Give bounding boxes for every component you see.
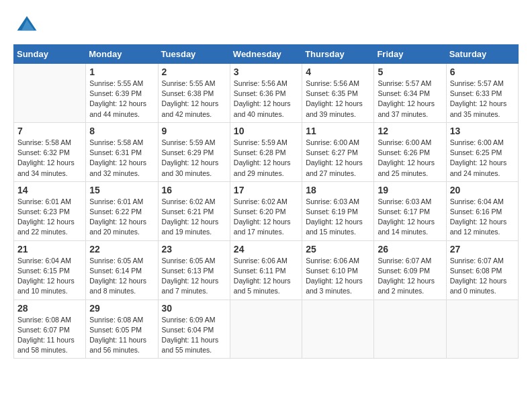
day-number: 18 [306,185,370,195]
day-number: 17 [234,185,298,195]
day-number: 30 [162,303,226,314]
day-detail: Sunrise: 6:07 AMSunset: 6:08 PMDaylight:… [450,256,515,297]
days-header-row: SundayMondayTuesdayWednesdayThursdayFrid… [14,45,519,64]
calendar-cell: 15Sunrise: 6:01 AMSunset: 6:22 PMDayligh… [86,181,158,240]
calendar-cell: 23Sunrise: 6:05 AMSunset: 6:13 PMDayligh… [158,240,230,300]
day-number: 12 [378,126,442,136]
day-detail: Sunrise: 6:08 AMSunset: 6:05 PMDaylight:… [89,315,154,356]
day-number: 8 [89,126,154,136]
logo [13,13,38,38]
day-detail: Sunrise: 5:56 AMSunset: 6:36 PMDaylight:… [234,79,298,120]
day-detail: Sunrise: 6:01 AMSunset: 6:23 PMDaylight:… [17,197,82,238]
calendar-cell: 10Sunrise: 5:59 AMSunset: 6:28 PMDayligh… [230,122,302,181]
day-header-saturday: Saturday [446,45,518,64]
day-number: 16 [162,185,226,195]
day-number: 27 [450,244,515,255]
day-detail: Sunrise: 5:59 AMSunset: 6:29 PMDaylight:… [162,138,226,179]
week-row-2: 7Sunrise: 5:58 AMSunset: 6:32 PMDaylight… [14,122,519,181]
day-detail: Sunrise: 5:57 AMSunset: 6:34 PMDaylight:… [378,79,442,120]
calendar-cell: 24Sunrise: 6:06 AMSunset: 6:11 PMDayligh… [230,240,302,300]
day-number: 6 [450,66,515,77]
calendar-cell: 3Sunrise: 5:56 AMSunset: 6:36 PMDaylight… [230,64,302,123]
calendar-cell: 11Sunrise: 6:00 AMSunset: 6:27 PMDayligh… [302,122,374,181]
week-row-1: 1Sunrise: 5:55 AMSunset: 6:39 PMDaylight… [14,64,519,123]
day-detail: Sunrise: 6:05 AMSunset: 6:14 PMDaylight:… [89,256,154,297]
day-number: 4 [306,66,370,77]
day-detail: Sunrise: 5:58 AMSunset: 6:32 PMDaylight:… [17,138,82,179]
calendar-cell: 30Sunrise: 6:09 AMSunset: 6:04 PMDayligh… [158,300,230,359]
calendar-cell: 14Sunrise: 6:01 AMSunset: 6:23 PMDayligh… [14,181,86,240]
calendar-cell: 19Sunrise: 6:03 AMSunset: 6:17 PMDayligh… [374,181,446,240]
day-number: 26 [378,244,442,255]
day-detail: Sunrise: 5:55 AMSunset: 6:39 PMDaylight:… [89,79,154,120]
day-detail: Sunrise: 6:01 AMSunset: 6:22 PMDaylight:… [89,197,154,238]
day-header-thursday: Thursday [302,45,374,64]
calendar-cell: 4Sunrise: 5:56 AMSunset: 6:35 PMDaylight… [302,64,374,123]
day-number: 1 [89,66,154,77]
week-row-3: 14Sunrise: 6:01 AMSunset: 6:23 PMDayligh… [14,181,519,240]
day-detail: Sunrise: 6:02 AMSunset: 6:20 PMDaylight:… [234,197,298,238]
week-row-4: 21Sunrise: 6:04 AMSunset: 6:15 PMDayligh… [14,240,519,300]
day-detail: Sunrise: 6:00 AMSunset: 6:26 PMDaylight:… [378,138,442,179]
calendar-cell: 6Sunrise: 5:57 AMSunset: 6:33 PMDaylight… [446,64,518,123]
calendar-cell: 25Sunrise: 6:06 AMSunset: 6:10 PMDayligh… [302,240,374,300]
calendar-cell: 28Sunrise: 6:08 AMSunset: 6:07 PMDayligh… [14,300,86,359]
page-header [13,13,519,38]
day-detail: Sunrise: 6:03 AMSunset: 6:19 PMDaylight:… [306,197,370,238]
day-header-sunday: Sunday [14,45,86,64]
calendar-cell: 17Sunrise: 6:02 AMSunset: 6:20 PMDayligh… [230,181,302,240]
calendar-cell: 21Sunrise: 6:04 AMSunset: 6:15 PMDayligh… [14,240,86,300]
calendar-cell: 7Sunrise: 5:58 AMSunset: 6:32 PMDaylight… [14,122,86,181]
day-detail: Sunrise: 6:04 AMSunset: 6:15 PMDaylight:… [17,256,82,297]
day-number: 10 [234,126,298,136]
day-number: 13 [450,126,515,136]
calendar-cell: 2Sunrise: 5:55 AMSunset: 6:38 PMDaylight… [158,64,230,123]
day-detail: Sunrise: 6:06 AMSunset: 6:10 PMDaylight:… [306,256,370,297]
day-number: 23 [162,244,226,255]
calendar-cell [230,300,302,359]
day-number: 24 [234,244,298,255]
day-detail: Sunrise: 6:06 AMSunset: 6:11 PMDaylight:… [234,256,298,297]
day-detail: Sunrise: 6:07 AMSunset: 6:09 PMDaylight:… [378,256,442,297]
day-detail: Sunrise: 6:05 AMSunset: 6:13 PMDaylight:… [162,256,226,297]
day-detail: Sunrise: 6:00 AMSunset: 6:27 PMDaylight:… [306,138,370,179]
day-detail: Sunrise: 5:57 AMSunset: 6:33 PMDaylight:… [450,79,515,120]
calendar-cell [14,64,86,123]
day-detail: Sunrise: 5:56 AMSunset: 6:35 PMDaylight:… [306,79,370,120]
day-number: 21 [17,244,82,255]
week-row-5: 28Sunrise: 6:08 AMSunset: 6:07 PMDayligh… [14,300,519,359]
day-number: 9 [162,126,226,136]
day-detail: Sunrise: 5:58 AMSunset: 6:31 PMDaylight:… [89,138,154,179]
calendar-cell: 18Sunrise: 6:03 AMSunset: 6:19 PMDayligh… [302,181,374,240]
calendar-cell [374,300,446,359]
calendar-cell [302,300,374,359]
calendar-cell [446,300,518,359]
day-number: 2 [162,66,226,77]
day-detail: Sunrise: 5:55 AMSunset: 6:38 PMDaylight:… [162,79,226,120]
day-number: 7 [17,126,82,136]
day-detail: Sunrise: 6:09 AMSunset: 6:04 PMDaylight:… [162,315,226,356]
calendar-cell: 13Sunrise: 6:00 AMSunset: 6:25 PMDayligh… [446,122,518,181]
day-number: 20 [450,185,515,195]
day-detail: Sunrise: 5:59 AMSunset: 6:28 PMDaylight:… [234,138,298,179]
day-number: 15 [89,185,154,195]
day-number: 11 [306,126,370,136]
calendar-table: SundayMondayTuesdayWednesdayThursdayFrid… [13,44,519,359]
calendar-cell: 27Sunrise: 6:07 AMSunset: 6:08 PMDayligh… [446,240,518,300]
logo-icon [16,13,38,35]
day-header-tuesday: Tuesday [158,45,230,64]
calendar-cell: 26Sunrise: 6:07 AMSunset: 6:09 PMDayligh… [374,240,446,300]
day-number: 25 [306,244,370,255]
calendar-cell: 20Sunrise: 6:04 AMSunset: 6:16 PMDayligh… [446,181,518,240]
calendar-cell: 16Sunrise: 6:02 AMSunset: 6:21 PMDayligh… [158,181,230,240]
day-number: 29 [89,303,154,314]
calendar-cell: 29Sunrise: 6:08 AMSunset: 6:05 PMDayligh… [86,300,158,359]
day-number: 5 [378,66,442,77]
day-number: 14 [17,185,82,195]
day-number: 3 [234,66,298,77]
day-detail: Sunrise: 6:03 AMSunset: 6:17 PMDaylight:… [378,197,442,238]
calendar-cell: 22Sunrise: 6:05 AMSunset: 6:14 PMDayligh… [86,240,158,300]
day-number: 19 [378,185,442,195]
calendar-cell: 8Sunrise: 5:58 AMSunset: 6:31 PMDaylight… [86,122,158,181]
calendar-cell: 12Sunrise: 6:00 AMSunset: 6:26 PMDayligh… [374,122,446,181]
